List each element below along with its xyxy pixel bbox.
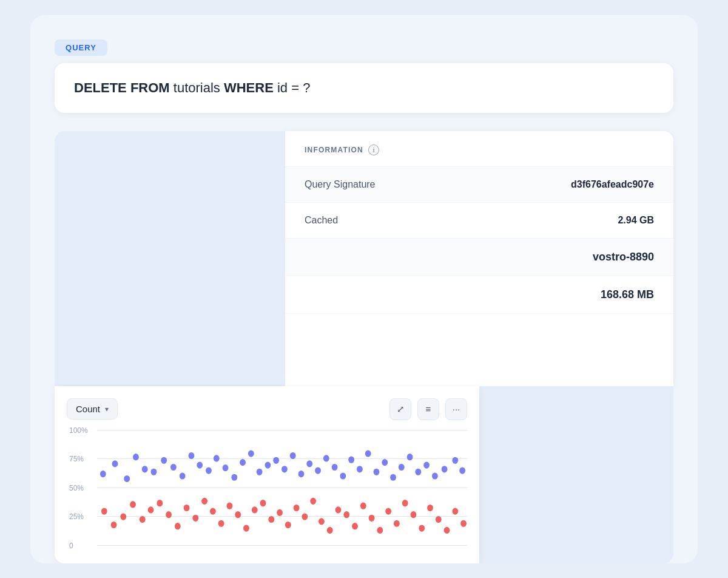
main-card: QUERY DELETE FROM tutorials WHERE id = ?… (30, 15, 698, 563)
svg-point-67 (318, 518, 325, 525)
more-icon: ··· (453, 404, 460, 414)
svg-point-9 (189, 452, 195, 458)
signature-label: Query Signature (305, 179, 376, 190)
svg-point-77 (402, 500, 408, 506)
svg-point-78 (411, 511, 417, 518)
svg-point-17 (257, 468, 263, 475)
svg-point-52 (192, 514, 198, 521)
svg-point-69 (335, 506, 342, 513)
svg-point-38 (432, 472, 438, 479)
svg-point-8 (180, 472, 186, 479)
query-condition: id = ? (274, 80, 311, 95)
svg-point-7 (170, 463, 177, 470)
svg-point-32 (382, 459, 388, 466)
svg-point-19 (273, 457, 279, 463)
svg-point-48 (157, 500, 163, 506)
count-label: Count (76, 404, 100, 414)
svg-point-75 (385, 508, 391, 514)
svg-point-33 (390, 474, 396, 480)
svg-point-37 (423, 461, 430, 468)
svg-point-29 (357, 466, 363, 472)
svg-point-1 (112, 460, 118, 467)
svg-point-40 (452, 457, 458, 463)
svg-point-61 (268, 515, 274, 522)
info-row-size: 168.68 MB (285, 276, 673, 314)
svg-point-76 (394, 520, 400, 526)
svg-point-45 (130, 501, 136, 508)
svg-point-64 (294, 504, 300, 511)
svg-point-10 (197, 461, 203, 468)
cached-value: 2.94 GB (618, 215, 654, 226)
svg-point-47 (148, 506, 154, 513)
svg-point-41 (459, 467, 465, 474)
query-keyword-delete: DELETE FROM (74, 80, 170, 95)
svg-point-83 (452, 508, 458, 514)
svg-point-42 (101, 508, 107, 514)
count-dropdown[interactable]: Count ▾ (67, 398, 118, 420)
svg-point-50 (175, 523, 181, 529)
y-label-0: 0 (69, 542, 73, 550)
svg-point-18 (265, 461, 271, 468)
info-header: INFORMATION i (285, 131, 673, 167)
y-label-75: 75% (69, 455, 84, 463)
filter-icon: ≡ (426, 404, 431, 414)
query-table: tutorials (170, 80, 224, 95)
svg-point-13 (223, 464, 229, 471)
svg-point-71 (352, 523, 358, 529)
svg-point-21 (290, 452, 296, 458)
svg-point-24 (315, 467, 321, 474)
svg-point-51 (184, 504, 190, 511)
svg-point-68 (327, 526, 333, 533)
info-row-cached: Cached 2.94 GB (285, 203, 673, 239)
query-card: DELETE FROM tutorials WHERE id = ? (55, 63, 673, 113)
y-label-100: 100% (69, 426, 88, 435)
svg-point-63 (285, 521, 291, 528)
svg-point-36 (415, 468, 421, 475)
svg-point-74 (377, 526, 383, 533)
svg-point-31 (374, 468, 380, 475)
svg-point-14 (231, 474, 237, 480)
svg-point-55 (218, 520, 224, 526)
left-panel (55, 131, 285, 386)
svg-point-4 (142, 466, 148, 472)
svg-point-82 (444, 526, 450, 533)
signature-value: d3f676afeadc907e (571, 179, 654, 190)
right-bottom-panel (479, 386, 673, 563)
chart-toolbar: Count ▾ ⤢ ≡ ··· (67, 398, 467, 420)
info-row-signature: Query Signature d3f676afeadc907e (285, 167, 673, 203)
svg-point-59 (252, 506, 258, 513)
svg-point-70 (343, 511, 349, 518)
svg-point-84 (460, 520, 467, 526)
svg-point-11 (206, 467, 212, 474)
chart-panel: Count ▾ ⤢ ≡ ··· (55, 386, 479, 563)
query-keyword-where: WHERE (224, 80, 274, 95)
host-value: vostro-8890 (593, 251, 654, 264)
svg-point-43 (111, 521, 117, 528)
filter-button[interactable]: ≡ (417, 398, 439, 420)
info-row-host: vostro-8890 (285, 239, 673, 276)
svg-point-0 (100, 471, 106, 477)
svg-point-49 (166, 511, 172, 518)
expand-button[interactable]: ⤢ (389, 398, 411, 420)
svg-point-73 (369, 514, 375, 521)
svg-point-62 (277, 509, 283, 515)
svg-point-23 (306, 460, 312, 467)
chevron-down-icon: ▾ (105, 405, 109, 413)
svg-point-57 (235, 511, 241, 518)
more-button[interactable]: ··· (445, 398, 467, 420)
svg-point-80 (427, 504, 433, 511)
svg-point-25 (323, 455, 329, 461)
svg-point-44 (120, 513, 126, 520)
svg-point-72 (360, 502, 366, 509)
size-value: 168.68 MB (601, 288, 654, 301)
svg-point-66 (310, 497, 316, 504)
svg-point-16 (248, 450, 254, 457)
svg-point-12 (214, 455, 220, 461)
main-row: INFORMATION i Query Signature d3f676afea… (55, 131, 673, 386)
svg-point-6 (161, 457, 167, 463)
svg-point-65 (302, 513, 308, 520)
query-label: QUERY (55, 39, 107, 56)
info-panel: INFORMATION i Query Signature d3f676afea… (285, 131, 673, 386)
svg-point-20 (281, 466, 288, 472)
svg-point-60 (260, 500, 266, 506)
